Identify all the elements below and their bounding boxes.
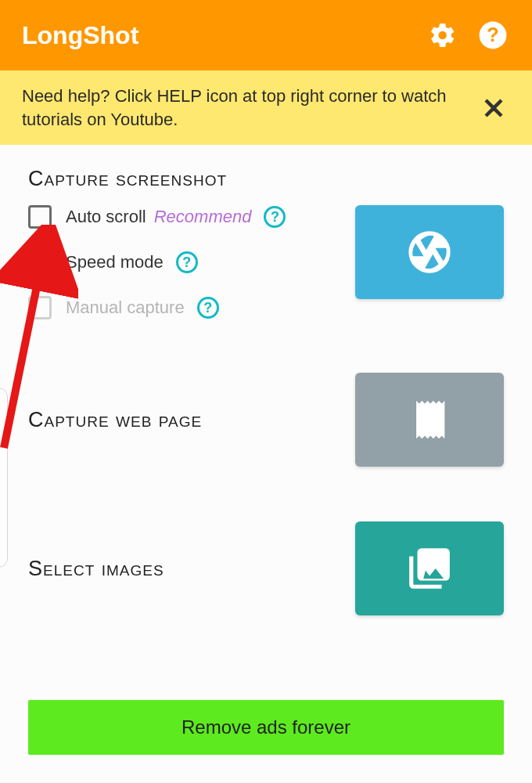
capture-screenshot-row: Auto scroll Recommend ? Speed mode ? Man… xyxy=(28,205,504,341)
speed-mode-label: Speed mode xyxy=(66,252,164,272)
gear-icon xyxy=(429,21,457,49)
auto-scroll-help[interactable]: ? xyxy=(264,206,286,228)
app-title: LongShot xyxy=(22,21,410,50)
app-header: LongShot ? xyxy=(0,0,532,70)
help-banner: Need help? Click HELP icon at top right … xyxy=(0,70,532,145)
section-select-images-title: Select images xyxy=(28,557,164,581)
option-speed-mode: Speed mode ? xyxy=(28,251,355,274)
section-capture-web-page-title: Capture web page xyxy=(28,408,202,432)
manual-capture-help[interactable]: ? xyxy=(197,297,219,319)
capture-screenshot-button[interactable] xyxy=(355,205,504,299)
banner-close-button[interactable] xyxy=(477,92,510,124)
images-icon xyxy=(405,544,454,593)
help-button[interactable]: ? xyxy=(476,18,510,52)
capture-web-page-row: Capture web page xyxy=(28,373,504,467)
capture-web-page-button[interactable] xyxy=(355,373,504,467)
shutter-icon xyxy=(404,227,455,277)
auto-scroll-label: Auto scroll xyxy=(66,207,146,227)
speed-mode-checkbox[interactable] xyxy=(28,251,52,274)
help-banner-text: Need help? Click HELP icon at top right … xyxy=(22,85,462,131)
select-images-button[interactable] xyxy=(355,521,504,615)
remove-ads-button[interactable]: Remove ads forever xyxy=(28,700,504,755)
auto-scroll-checkbox[interactable] xyxy=(28,205,52,229)
edge-tab[interactable] xyxy=(0,388,8,568)
help-icon: ? xyxy=(478,20,508,50)
speed-mode-help[interactable]: ? xyxy=(176,251,198,273)
select-images-row: Select images xyxy=(28,521,504,615)
remove-ads-label: Remove ads forever xyxy=(182,716,350,738)
recommend-label: Recommend xyxy=(154,207,252,227)
option-manual-capture: Manual capture ? xyxy=(28,296,355,319)
section-capture-screenshot-title: Capture screenshot xyxy=(28,167,504,191)
option-auto-scroll: Auto scroll Recommend ? xyxy=(28,205,355,229)
close-icon xyxy=(480,94,508,122)
settings-button[interactable] xyxy=(426,18,460,52)
manual-capture-checkbox[interactable] xyxy=(28,296,52,319)
svg-text:?: ? xyxy=(487,23,498,45)
receipt-icon xyxy=(407,397,452,442)
manual-capture-label: Manual capture xyxy=(66,298,185,318)
